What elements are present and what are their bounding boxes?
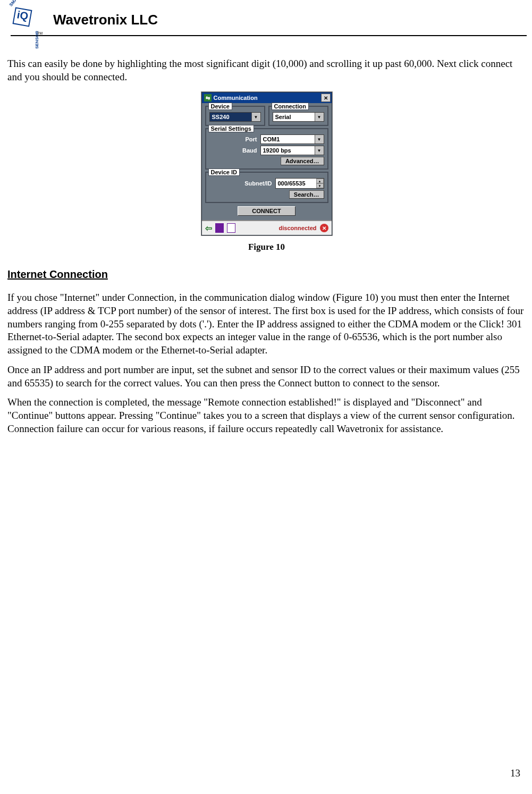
connection-combo[interactable]: Serial ▼ — [273, 112, 324, 122]
search-button[interactable]: Search… — [289, 190, 324, 199]
connection-value: Serial — [273, 114, 315, 120]
serial-settings-group: Serial Settings Port COM1 ▼ Baud 19200 b — [205, 128, 328, 170]
smartsensor-logo: SMART iQ SENSOR TM — [11, 5, 37, 34]
subnet-label: Subnet/ID — [244, 180, 272, 187]
figure-caption: Figure 10 — [7, 242, 526, 252]
communication-dialog: ⇆ Communication ✕ Device SS240 ▼ — [201, 92, 332, 235]
device-combo[interactable]: SS240 ▼ — [209, 112, 261, 122]
logo-smart-text: SMART — [9, 0, 22, 7]
chevron-down-icon[interactable]: ▼ — [315, 113, 324, 121]
port-combo[interactable]: COM1 ▼ — [260, 134, 324, 144]
device-id-group-title: Device ID — [208, 168, 240, 176]
baud-label: Baud — [242, 147, 257, 154]
subnet-id-value: 000/65535 — [276, 179, 316, 188]
error-icon: ✕ — [320, 224, 328, 232]
page-header: SMART iQ SENSOR TM Wavetronix LLC — [11, 5, 527, 36]
port-label: Port — [246, 136, 257, 142]
close-button[interactable]: ✕ — [321, 94, 331, 102]
logo-iq-text: iQ — [16, 9, 29, 22]
dialog-statusbar: ⇦ disconnected ✕ — [202, 220, 332, 235]
baud-value: 19200 bps — [261, 147, 315, 154]
statusbar-icon-1[interactable] — [215, 223, 224, 233]
device-id-group: Device ID Subnet/ID 000/65535 ▲ ▼ — [205, 172, 328, 203]
port-value: COM1 — [261, 136, 315, 142]
figure-10: ⇆ Communication ✕ Device SS240 ▼ — [7, 92, 526, 235]
device-value: SS240 — [210, 114, 251, 120]
dialog-titlebar[interactable]: ⇆ Communication ✕ — [202, 92, 332, 103]
dialog-title: Communication — [214, 95, 258, 101]
chevron-down-icon[interactable]: ▼ — [251, 113, 260, 121]
device-group-title: Device — [208, 103, 232, 110]
baud-combo[interactable]: 19200 bps ▼ — [260, 146, 324, 155]
paragraph-1: If you chose "Internet" under Connection… — [7, 291, 526, 357]
advanced-button[interactable]: Advanced… — [281, 157, 324, 165]
device-group: Device SS240 ▼ — [205, 106, 265, 126]
logo-tm-text: TM — [37, 31, 43, 35]
connection-group-title: Connection — [272, 103, 309, 110]
paragraph-3: When the connection is completed, the me… — [7, 396, 526, 435]
chevron-down-icon[interactable]: ▼ — [315, 146, 324, 155]
serial-group-title: Serial Settings — [208, 125, 254, 132]
intro-paragraph: This can easily be done by highlighting … — [7, 57, 526, 83]
page-number: 13 — [510, 767, 520, 779]
section-heading-internet-connection: Internet Connection — [7, 268, 526, 281]
chevron-down-icon[interactable]: ▼ — [315, 135, 324, 143]
company-name: Wavetronix LLC — [53, 12, 158, 28]
connection-status: disconnected — [279, 225, 317, 231]
spin-up-icon[interactable]: ▲ — [316, 179, 324, 183]
paragraph-2: Once an IP address and port number are i… — [7, 364, 526, 390]
connection-group: Connection Serial ▼ — [268, 106, 328, 126]
spin-down-icon[interactable]: ▼ — [316, 183, 324, 188]
back-arrow-icon[interactable]: ⇦ — [205, 223, 212, 233]
connect-button[interactable]: CONNECT — [238, 206, 295, 216]
dialog-title-icon: ⇆ — [204, 94, 212, 102]
subnet-id-spinner[interactable]: 000/65535 ▲ ▼ — [275, 178, 324, 189]
statusbar-icon-2[interactable] — [227, 223, 235, 233]
